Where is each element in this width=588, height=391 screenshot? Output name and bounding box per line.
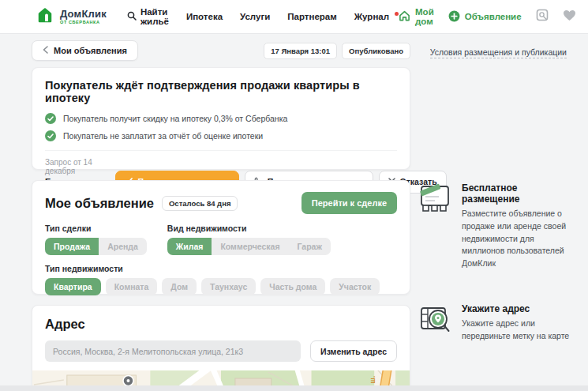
promo-title: Бесплатное размещение xyxy=(462,182,573,205)
address-input[interactable] xyxy=(45,340,301,362)
nav-find-housing[interactable]: Найти жильё xyxy=(127,7,169,26)
deal-type-label: Тип сделки xyxy=(45,224,147,233)
logo-title: ДомКлик xyxy=(60,9,107,19)
nav-partners[interactable]: Партнерам xyxy=(287,12,336,21)
nav-mortgage[interactable]: Ипотека xyxy=(186,12,223,21)
map-pin-search-icon xyxy=(418,303,451,343)
benefit-item: Покупатель не заплатит за отчёт об оценк… xyxy=(45,130,397,141)
property-type-option-townhouse[interactable]: Таунхаус xyxy=(201,278,256,295)
deal-type-group: Тип сделки Продажа Аренда xyxy=(45,224,147,255)
search-icon xyxy=(127,11,137,22)
check-icon xyxy=(45,130,56,141)
address-title: Адрес xyxy=(45,317,397,332)
main-nav: Найти жильё Ипотека Услуги Партнерам Жур… xyxy=(127,7,399,26)
plus-circle-icon xyxy=(448,10,460,24)
document-search-icon xyxy=(536,9,549,25)
listing-toolbar: Мои объявления 17 Января 13:01 Опубликов… xyxy=(32,40,410,61)
check-icon xyxy=(45,113,56,124)
home-icon xyxy=(399,10,410,23)
header-actions: Мой дом Объявление xyxy=(399,7,588,26)
property-kind-option-commercial[interactable]: Коммерческая xyxy=(212,238,288,255)
nav-journal[interactable]: Журнал xyxy=(354,12,399,21)
domclick-logo[interactable]: ДомКлик ОТ СБЕРБАНКА xyxy=(36,6,107,28)
promo-text: Разместите объявление о продаже или арен… xyxy=(462,208,573,270)
days-left-badge: Осталось 84 дня xyxy=(162,196,238,211)
address-card: Адрес Изменить адрес xyxy=(32,305,410,391)
favorites-button[interactable] xyxy=(563,9,576,24)
new-listing-button[interactable]: Объявление xyxy=(448,10,522,24)
deal-type-option-sale[interactable]: Продажа xyxy=(45,238,99,255)
listing-status-badge: Опубликовано xyxy=(342,43,410,59)
request-date: Запрос от 14 декабря xyxy=(45,158,115,175)
property-kind-label: Вид недвижимости xyxy=(167,224,331,233)
benefit-item: Покупатель получит скидку на ипотеку 0,3… xyxy=(45,113,397,124)
property-kind-option-residential[interactable]: Жилая xyxy=(167,238,212,255)
logo-subtitle: ОТ СБЕРБАНКА xyxy=(60,21,107,25)
heart-icon xyxy=(563,9,576,24)
saved-searches-button[interactable] xyxy=(536,9,549,25)
property-kind-option-garage[interactable]: Гараж xyxy=(289,238,331,255)
my-home-button[interactable]: Мой дом xyxy=(399,7,434,26)
set-address-promo: Укажите адрес Укажите адрес или передвин… xyxy=(418,303,573,343)
listing-date-badge: 17 Января 13:01 xyxy=(264,43,337,59)
top-header: ДомКлик ОТ СБЕРБАНКА Найти жильё Ипотека… xyxy=(0,0,588,34)
journal-new-dot xyxy=(395,12,399,16)
property-type-option-part-of-house[interactable]: Часть дома xyxy=(260,278,325,295)
nav-services[interactable]: Услуги xyxy=(240,12,270,21)
property-type-option-land[interactable]: Участок xyxy=(330,278,380,295)
flyer-icon xyxy=(418,182,451,270)
back-to-my-listings-button[interactable]: Мои объявления xyxy=(32,40,138,61)
property-type-option-room[interactable]: Комната xyxy=(106,278,158,295)
property-kind-group: Вид недвижимости Жилая Коммерческая Гара… xyxy=(167,224,331,255)
terms-link[interactable]: Условия размещения и публикации xyxy=(430,47,567,58)
go-to-deal-button[interactable]: Перейти к сделке xyxy=(301,192,397,214)
chevron-left-icon xyxy=(43,46,48,55)
property-type-option-house[interactable]: Дом xyxy=(162,278,197,295)
domclick-page: ДомКлик ОТ СБЕРБАНКА Найти жильё Ипотека… xyxy=(0,0,588,391)
property-type-group: Тип недвижимости Квартира Комната Дом Та… xyxy=(45,264,397,295)
property-type-option-apartment[interactable]: Квартира xyxy=(45,278,101,295)
promo-title: Укажите адрес xyxy=(462,303,573,314)
free-placement-promo: Бесплатное размещение Разместите объявле… xyxy=(418,182,573,270)
domclick-house-icon xyxy=(36,6,54,28)
listing-title: Мое объявление xyxy=(45,196,154,211)
change-address-button[interactable]: Изменить адрес xyxy=(310,340,397,362)
buyer-request-card: Покупатель ждёт подтверждения продажи кв… xyxy=(32,67,410,170)
request-title: Покупатель ждёт подтверждения продажи кв… xyxy=(45,79,397,104)
property-type-label: Тип недвижимости xyxy=(45,264,397,273)
bottom-edge xyxy=(0,385,588,391)
promo-text: Укажите адрес или передвиньте метку на к… xyxy=(462,318,573,343)
my-listing-card: Мое объявление Осталось 84 дня Перейти к… xyxy=(32,180,410,295)
deal-type-option-rent[interactable]: Аренда xyxy=(99,238,147,255)
